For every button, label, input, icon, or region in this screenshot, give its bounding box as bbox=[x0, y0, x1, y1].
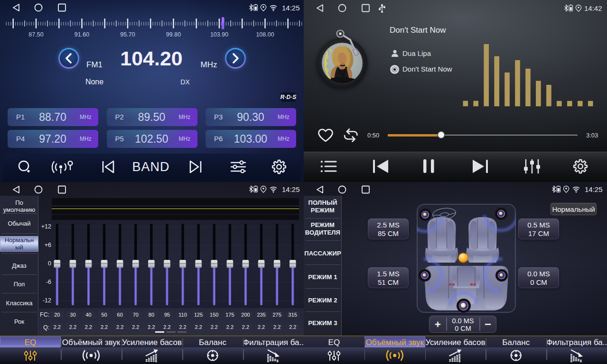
svg-text:BAND: BAND bbox=[132, 160, 169, 174]
